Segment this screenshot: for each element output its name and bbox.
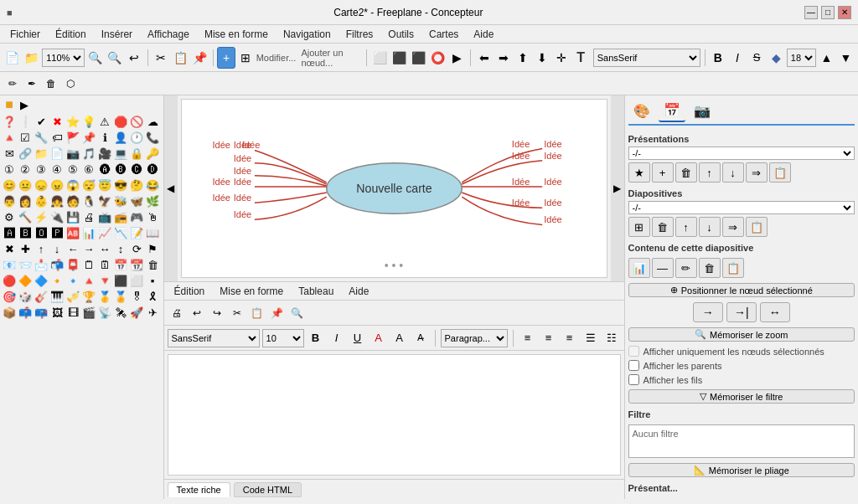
icon-people3[interactable]: 👶	[34, 193, 49, 208]
menu-edition[interactable]: Édition	[49, 27, 93, 42]
icon-exclaim[interactable]: ❕	[18, 114, 33, 129]
icon-q5[interactable]: 🎞	[65, 305, 80, 320]
pres-up-btn[interactable]: ↑	[699, 162, 721, 183]
font-family-select[interactable]: SansSerif	[593, 49, 700, 67]
rp-tab-calendar[interactable]: 📅	[659, 99, 685, 122]
icon-m1[interactable]: 📧	[2, 257, 17, 272]
shape-btn4[interactable]: ⭕	[429, 47, 447, 69]
diapo-down-btn[interactable]: ↓	[699, 217, 721, 237]
bold-main-button[interactable]: B	[709, 47, 726, 69]
align-center-btn[interactable]: ✛	[553, 47, 571, 69]
icon-circle-a[interactable]: 🅐	[97, 162, 112, 177]
icon-camera[interactable]: 📷	[65, 146, 80, 161]
cb-nodes-checkbox[interactable]	[628, 346, 639, 357]
icon-q4[interactable]: 🖼	[49, 305, 65, 320]
icon-animals4[interactable]: 🦋	[129, 193, 144, 208]
editor-menu-aide[interactable]: Aide	[342, 284, 375, 299]
editor-align-center[interactable]: ≡	[540, 329, 558, 347]
icon-link[interactable]: 🔗	[18, 146, 33, 161]
icon-q10[interactable]: ✈	[145, 305, 160, 320]
editor-find-btn[interactable]: 🔍	[288, 304, 307, 322]
icon-check[interactable]: ✔	[34, 114, 49, 129]
icon-no[interactable]: 🚫	[129, 114, 144, 129]
icon-people1[interactable]: 👨	[2, 193, 17, 208]
shape-btn1[interactable]: ⬜	[371, 47, 389, 69]
undo-button[interactable]: ↩	[125, 47, 142, 69]
pres-add-btn[interactable]: +	[652, 162, 674, 183]
pliage-memorise-button[interactable]: 📐 Mémoriser le pliage	[628, 463, 855, 477]
icon-tools4[interactable]: 🔌	[49, 209, 65, 224]
add-node-button[interactable]: +	[217, 47, 235, 69]
icon-num1[interactable]: ①	[2, 162, 17, 177]
icon-prog6[interactable]: 📊	[81, 225, 96, 240]
diapo-export-btn[interactable]: ⇒	[722, 217, 744, 237]
mindmap-canvas[interactable]: Nouvelle carte Idée Idée Idée Idée Idée	[181, 99, 607, 278]
icon-prog2[interactable]: 🅱	[18, 225, 33, 240]
menu-cartes[interactable]: Cartes	[422, 27, 465, 42]
icon-up[interactable]: 🔺	[2, 130, 17, 145]
italic-main-button[interactable]: I	[728, 47, 746, 69]
icon-q9[interactable]: 🚀	[129, 305, 144, 320]
cut-button[interactable]: ✂	[152, 47, 169, 69]
icon-x9[interactable]: ⟳	[129, 241, 144, 256]
icon-num6[interactable]: ⑥	[81, 162, 96, 177]
align-down-btn[interactable]: ⬇	[533, 47, 550, 69]
icon-num4[interactable]: ④	[49, 162, 65, 177]
icon-cloud[interactable]: ☁	[145, 114, 160, 129]
icon-n5[interactable]: 🔹	[65, 273, 80, 288]
icon-tools8[interactable]: 📻	[113, 209, 128, 224]
icon-num2[interactable]: ②	[18, 162, 33, 177]
icon-flag[interactable]: 🚩	[65, 130, 80, 145]
zoom-memorise-button[interactable]: 🔍 Mémoriser le zoom	[628, 327, 855, 342]
icon-circle-b[interactable]: 🅑	[113, 162, 128, 177]
icon-x5[interactable]: ←	[65, 241, 80, 256]
icon-mail[interactable]: ✉	[2, 146, 17, 161]
editor-para-style[interactable]: Paragrap...	[441, 329, 508, 347]
icon-m4[interactable]: 📬	[49, 257, 65, 272]
icon-tools1[interactable]: ⚙	[2, 209, 17, 224]
icon-p6[interactable]: 🏆	[81, 289, 96, 304]
icon-m5[interactable]: 📮	[65, 257, 80, 272]
icon-animals5[interactable]: 🌿	[145, 193, 160, 208]
arrow-left-btn[interactable]: →	[693, 302, 723, 322]
icon-prog5[interactable]: 🆎	[65, 225, 80, 240]
icon-key[interactable]: 🔑	[145, 146, 160, 161]
icon-tools6[interactable]: 🖨	[81, 209, 96, 224]
toolbar2-btn2[interactable]: ✒	[23, 75, 41, 93]
menu-fichier[interactable]: Fichier	[3, 27, 47, 42]
icon-x8[interactable]: ↕	[113, 241, 128, 256]
editor-underline-btn[interactable]: U	[349, 329, 367, 347]
icon-n4[interactable]: 🔸	[49, 273, 65, 288]
icon-person[interactable]: 👤	[113, 130, 128, 145]
icon-num5[interactable]: ⑤	[65, 162, 80, 177]
diapo-up-btn[interactable]: ↑	[675, 217, 697, 237]
icon-q3[interactable]: 📪	[34, 305, 49, 320]
icon-info[interactable]: ℹ	[97, 130, 112, 145]
icon-x6[interactable]: →	[81, 241, 96, 256]
menu-affichage[interactable]: Affichage	[141, 27, 196, 42]
align-up-btn[interactable]: ⬆	[514, 47, 531, 69]
icon-n7[interactable]: 🔻	[97, 273, 112, 288]
align-left-btn[interactable]: ⬅	[475, 47, 493, 69]
new-file-button[interactable]: 📄	[3, 47, 21, 69]
icon-face5[interactable]: 😱	[65, 177, 80, 193]
editor-redo-btn[interactable]: ↪	[208, 304, 226, 322]
editor-print-btn[interactable]: 🖨	[168, 304, 186, 322]
rp-tab-photo[interactable]: 📷	[689, 99, 716, 122]
icon-wrench[interactable]: 🔧	[34, 130, 49, 145]
icon-prog4[interactable]: 🅿	[49, 225, 65, 240]
icon-x3[interactable]: ↑	[34, 241, 49, 256]
icon-face4[interactable]: 😠	[49, 177, 65, 193]
icon-lock[interactable]: 🔒	[129, 146, 144, 161]
icon-m8[interactable]: 📅	[113, 257, 128, 272]
editor-bold-btn[interactable]: B	[307, 329, 325, 347]
font-size-up-btn[interactable]: ▲	[818, 47, 835, 69]
position-button[interactable]: ⊕ Positionner le nœud sélectionné	[628, 283, 855, 297]
icon-face2[interactable]: 😐	[18, 177, 33, 193]
color-main-button[interactable]: ◆	[768, 47, 785, 69]
minimize-button[interactable]: —	[804, 6, 818, 19]
icon-star[interactable]: ⭐	[65, 114, 80, 129]
pres-del-btn[interactable]: 🗑	[675, 162, 697, 183]
menu-mise-en-forme[interactable]: Mise en forme	[198, 27, 275, 42]
icon-video[interactable]: 🎥	[97, 146, 112, 161]
